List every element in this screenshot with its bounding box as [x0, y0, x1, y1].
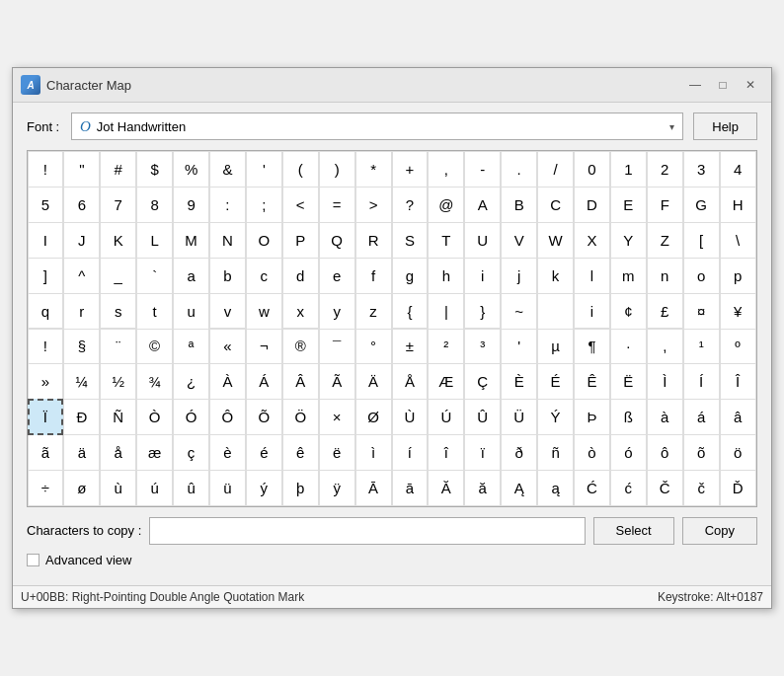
char-cell[interactable]: ô — [647, 434, 683, 471]
char-cell[interactable]: a — [173, 258, 209, 294]
char-cell[interactable]: õ — [683, 434, 720, 471]
char-cell[interactable]: ć — [610, 470, 647, 506]
char-cell[interactable] — [537, 293, 574, 330]
char-cell[interactable]: > — [355, 187, 392, 223]
font-dropdown[interactable]: O Jot Handwritten ▾ — [71, 113, 683, 140]
char-cell[interactable]: } — [464, 293, 501, 330]
char-cell[interactable]: c — [246, 258, 282, 294]
char-cell[interactable]: Ā — [355, 470, 392, 506]
char-cell[interactable]: ò — [574, 434, 610, 471]
char-cell[interactable]: e — [319, 258, 355, 294]
char-cell[interactable]: f — [355, 258, 392, 294]
char-cell[interactable]: ó — [610, 434, 647, 471]
char-cell[interactable]: ß — [610, 399, 647, 435]
char-cell[interactable]: \ — [720, 222, 756, 259]
char-cell[interactable]: # — [100, 151, 136, 188]
char-cell[interactable]: u — [173, 293, 209, 330]
char-cell[interactable]: é — [246, 434, 282, 471]
char-cell[interactable]: S — [392, 222, 429, 259]
char-cell[interactable]: K — [100, 222, 136, 259]
char-cell[interactable]: ã — [28, 434, 64, 471]
char-cell[interactable]: 1 — [610, 151, 647, 188]
char-cell[interactable]: g — [392, 258, 429, 294]
char-cell[interactable]: ì — [355, 434, 392, 471]
char-cell[interactable]: Ð — [63, 399, 100, 435]
char-cell[interactable]: 3 — [683, 151, 720, 188]
char-cell[interactable]: Ù — [392, 399, 429, 435]
char-cell[interactable]: Í — [683, 363, 720, 400]
char-cell[interactable]: ± — [392, 329, 429, 365]
char-cell[interactable]: ú — [136, 470, 173, 506]
char-cell[interactable]: Ă — [428, 470, 464, 506]
char-cell[interactable]: ą — [537, 470, 574, 506]
char-cell[interactable]: â — [720, 399, 756, 435]
char-cell[interactable]: ¿ — [173, 363, 209, 400]
char-cell[interactable]: ç — [173, 434, 209, 471]
char-cell[interactable]: N — [209, 222, 246, 259]
char-cell[interactable]: Z — [647, 222, 683, 259]
char-cell[interactable]: ` — [136, 258, 173, 294]
char-cell[interactable]: Õ — [246, 399, 282, 435]
char-cell[interactable]: ³ — [464, 329, 501, 365]
char-cell[interactable]: å — [100, 434, 136, 471]
char-cell[interactable]: ñ — [537, 434, 574, 471]
char-cell[interactable]: Á — [246, 363, 282, 400]
char-cell[interactable]: M — [173, 222, 209, 259]
char-cell[interactable]: ' — [246, 151, 282, 188]
char-cell[interactable]: ă — [464, 470, 501, 506]
char-cell[interactable]: + — [392, 151, 429, 188]
char-cell[interactable]: º — [720, 329, 756, 365]
char-cell[interactable]: & — [209, 151, 246, 188]
char-cell[interactable]: s — [100, 293, 136, 330]
char-cell[interactable]: z — [355, 293, 392, 330]
char-cell[interactable]: ~ — [501, 293, 537, 330]
help-button[interactable]: Help — [693, 113, 757, 140]
copy-input[interactable] — [149, 517, 585, 545]
char-cell[interactable]: H — [720, 187, 756, 223]
char-cell[interactable]: m — [610, 258, 647, 294]
char-cell[interactable]: ï — [464, 434, 501, 471]
char-cell[interactable]: T — [428, 222, 464, 259]
char-cell[interactable]: ! — [28, 329, 64, 365]
char-cell[interactable]: 6 — [63, 187, 100, 223]
char-cell[interactable]: Â — [282, 363, 319, 400]
select-button[interactable]: Select — [593, 517, 674, 545]
char-cell[interactable]: I — [28, 222, 64, 259]
char-cell[interactable]: o — [683, 258, 720, 294]
char-cell[interactable]: Ç — [464, 363, 501, 400]
char-cell[interactable]: ² — [428, 329, 464, 365]
char-cell[interactable]: í — [392, 434, 429, 471]
char-cell[interactable]: ¤ — [683, 293, 720, 330]
char-cell[interactable]: ā — [392, 470, 429, 506]
char-cell[interactable]: b — [209, 258, 246, 294]
char-cell[interactable]: ® — [282, 329, 319, 365]
char-cell[interactable]: ¹ — [683, 329, 720, 365]
char-cell[interactable]: ? — [392, 187, 429, 223]
char-cell[interactable]: v — [209, 293, 246, 330]
char-cell[interactable]: t — [136, 293, 173, 330]
char-cell[interactable]: i — [464, 258, 501, 294]
copy-button[interactable]: Copy — [682, 517, 757, 545]
char-cell[interactable]: · — [610, 329, 647, 365]
char-cell[interactable]: y — [319, 293, 355, 330]
char-cell[interactable]: 5 — [28, 187, 64, 223]
char-cell[interactable]: 0 — [574, 151, 610, 188]
char-cell[interactable]: Û — [464, 399, 501, 435]
char-cell[interactable]: Y — [610, 222, 647, 259]
char-cell[interactable]: É — [537, 363, 574, 400]
char-cell[interactable]: Ü — [501, 399, 537, 435]
char-cell[interactable]: U — [464, 222, 501, 259]
char-cell[interactable]: . — [501, 151, 537, 188]
char-cell[interactable]: q — [28, 293, 64, 330]
char-cell[interactable]: £ — [647, 293, 683, 330]
char-cell[interactable]: p — [720, 258, 756, 294]
char-cell[interactable]: æ — [136, 434, 173, 471]
char-cell[interactable]: w — [246, 293, 282, 330]
char-cell[interactable]: Q — [319, 222, 355, 259]
char-cell[interactable]: ' — [501, 329, 537, 365]
char-cell[interactable]: r — [63, 293, 100, 330]
char-cell[interactable]: ÿ — [319, 470, 355, 506]
char-cell[interactable]: è — [209, 434, 246, 471]
char-cell[interactable]: Æ — [428, 363, 464, 400]
maximize-button[interactable]: □ — [710, 74, 736, 96]
